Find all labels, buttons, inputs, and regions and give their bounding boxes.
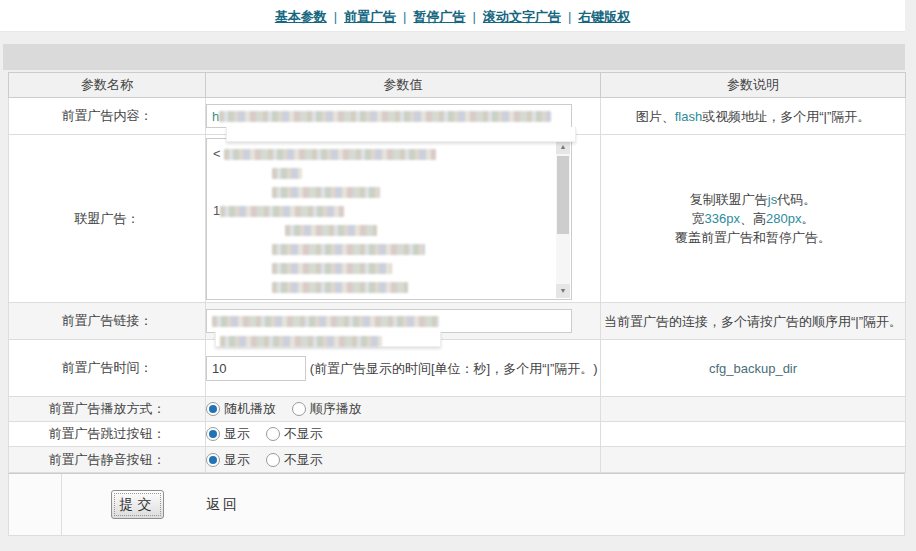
top-nav: 基本参数|前置广告|暂停广告|滚动文字广告|右键版权 [0, 0, 905, 32]
front-ad-time-hint: (前置广告显示的时间[单位：秒]，多个用“|”隔开。) [310, 361, 598, 376]
front-ad-content-label: 前置广告内容： [9, 98, 206, 135]
header-param-desc: 参数说明 [601, 73, 906, 98]
radio-unselected-icon[interactable] [292, 402, 306, 416]
radio-option-show[interactable]: 显示 [206, 452, 250, 467]
redacted-text [272, 282, 408, 293]
nav-link-front-ad[interactable]: 前置广告 [344, 9, 396, 24]
desc-text: 。 [801, 211, 814, 226]
desc-text: 覆盖前置广告和暂停广告。 [675, 230, 831, 245]
redacted-text [272, 168, 302, 179]
radio-selected-icon[interactable] [206, 453, 220, 467]
radio-label: 不显示 [284, 426, 323, 441]
nav-separator: | [334, 9, 337, 24]
desc-text: 宽 [692, 211, 705, 226]
redacted-text [220, 206, 344, 217]
desc-text: 代码。 [777, 192, 816, 207]
front-ad-time-desc: cfg_backup_dir [601, 340, 906, 397]
radio-option-hide[interactable]: 不显示 [266, 452, 323, 467]
redacted-text [224, 149, 436, 160]
radio-label: 顺序播放 [310, 401, 362, 416]
redacted-text [212, 316, 439, 327]
radio-unselected-icon[interactable] [266, 427, 280, 441]
submit-button[interactable]: 提交 [111, 490, 164, 519]
autocomplete-dropdown[interactable] [226, 127, 576, 142]
nav-link-rightclick-copyright[interactable]: 右键版权 [578, 9, 630, 24]
row-skip-button: 前置广告跳过按钮： 显示 不显示 [9, 422, 906, 447]
union-ad-textarea[interactable]: < 1 ▲ ▼ [206, 138, 572, 300]
gap-strip [0, 32, 905, 44]
front-ad-content-desc: 图片、flash或视频地址，多个用“|”隔开。 [601, 98, 906, 135]
radio-option-sequential[interactable]: 顺序播放 [292, 401, 362, 416]
redacted-text [285, 225, 377, 236]
textarea-visible-text: < [213, 146, 221, 161]
params-table: 参数名称 参数值 参数说明 前置广告内容： h 图片、flash或视频地址，多个… [8, 72, 906, 473]
desc-code-js: js [768, 192, 777, 207]
textarea-scrollbar[interactable]: ▲ ▼ [556, 140, 570, 298]
desc-text: 或视频地址，多个用“|”隔开。 [702, 109, 870, 124]
input-visible-text: h [212, 109, 219, 124]
row-front-ad-time: 前置广告时间： (前置广告显示的时间[单位：秒]，多个用“|”隔开。) cfg_… [9, 340, 906, 397]
scrollbar-thumb[interactable] [557, 156, 569, 234]
union-ad-label: 联盟广告： [9, 135, 206, 303]
front-ad-time-input[interactable] [206, 356, 306, 381]
ad-settings-page: 基本参数|前置广告|暂停广告|滚动文字广告|右键版权 参数名称 参数值 参数说明… [0, 0, 916, 551]
mute-button-label: 前置广告静音按钮： [9, 447, 206, 473]
front-ad-link-input[interactable] [206, 309, 572, 333]
redacted-text [219, 111, 551, 122]
skip-button-desc [601, 422, 906, 447]
radio-option-hide[interactable]: 不显示 [266, 426, 323, 441]
front-ad-content-input[interactable]: h [206, 104, 572, 128]
nav-separator: | [568, 9, 571, 24]
back-link[interactable]: 返回 [206, 496, 240, 514]
radio-selected-icon[interactable] [206, 427, 220, 441]
nav-link-pause-ad[interactable]: 暂停广告 [414, 9, 466, 24]
autocomplete-dropdown[interactable] [215, 332, 441, 347]
front-ad-time-label: 前置广告时间： [9, 340, 206, 397]
front-ad-link-label: 前置广告链接： [9, 303, 206, 340]
desc-text: 复制联盟广告 [690, 192, 768, 207]
form-footer: 提交 返回 [8, 473, 905, 536]
footer-divider [61, 474, 62, 535]
play-mode-desc [601, 397, 906, 422]
desc-text: 、高 [740, 211, 766, 226]
desc-code-width: 336px [705, 211, 740, 226]
skip-button-label: 前置广告跳过按钮： [9, 422, 206, 447]
header-param-name: 参数名称 [9, 73, 206, 98]
title-band [3, 44, 905, 70]
scrollbar-down-icon[interactable]: ▼ [556, 284, 570, 298]
redacted-text [272, 263, 392, 274]
radio-option-random[interactable]: 随机播放 [206, 401, 276, 416]
nav-link-scroll-text-ad[interactable]: 滚动文字广告 [483, 9, 561, 24]
nav-separator: | [403, 9, 406, 24]
row-union-ad: 联盟广告： < 1 ▲ ▼ [9, 135, 906, 303]
radio-selected-icon[interactable] [206, 402, 220, 416]
radio-label: 不显示 [284, 452, 323, 467]
redacted-text [272, 187, 380, 198]
radio-option-show[interactable]: 显示 [206, 426, 250, 441]
desc-code-height: 280px [766, 211, 801, 226]
desc-text: 图片、 [636, 109, 675, 124]
mute-button-desc [601, 447, 906, 473]
textarea-visible-text: 1 [213, 203, 220, 218]
header-param-value: 参数值 [206, 73, 601, 98]
radio-label: 显示 [224, 426, 250, 441]
radio-label: 显示 [224, 452, 250, 467]
nav-separator: | [473, 9, 476, 24]
row-front-ad-content: 前置广告内容： h 图片、flash或视频地址，多个用“|”隔开。 [9, 98, 906, 135]
desc-code-flash: flash [675, 109, 702, 124]
redacted-text [272, 244, 425, 255]
radio-label: 随机播放 [224, 401, 276, 416]
radio-unselected-icon[interactable] [266, 453, 280, 467]
table-header-row: 参数名称 参数值 参数说明 [9, 73, 906, 98]
redacted-text [220, 336, 382, 347]
nav-link-basic-params[interactable]: 基本参数 [275, 9, 327, 24]
play-mode-label: 前置广告播放方式： [9, 397, 206, 422]
front-ad-link-desc: 当前置广告的连接，多个请按广告的顺序用“|”隔开。 [601, 303, 906, 340]
row-play-mode: 前置广告播放方式： 随机播放 顺序播放 [9, 397, 906, 422]
row-mute-button: 前置广告静音按钮： 显示 不显示 [9, 447, 906, 473]
union-ad-desc: 复制联盟广告js代码。 宽336px、高280px。 覆盖前置广告和暂停广告。 [601, 135, 906, 303]
row-front-ad-link: 前置广告链接： 当前置广告的连接，多个请按广告的顺序用“|”隔开。 [9, 303, 906, 340]
